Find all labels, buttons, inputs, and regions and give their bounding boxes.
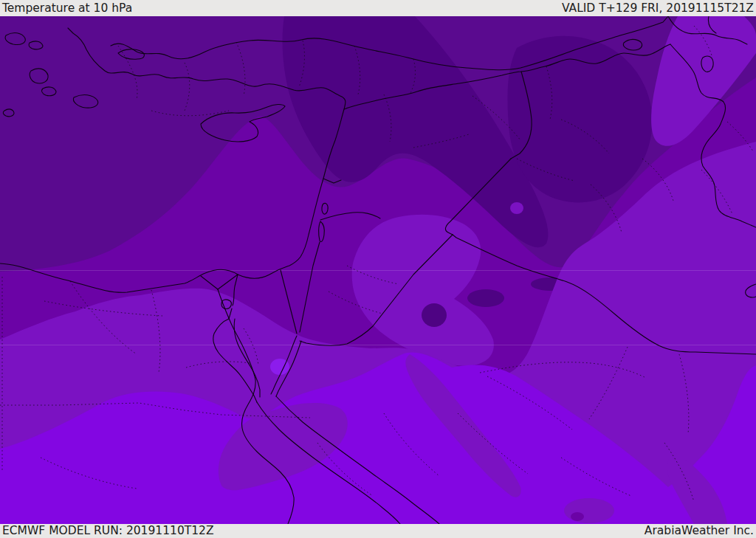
map-title: Temperature at 10 hPa (2, 0, 132, 16)
model-run-label: ECMWF MODEL RUN: 20191110T12Z (2, 524, 214, 538)
shade-cold-blob-2 (467, 289, 504, 307)
header-bar: Temperature at 10 hPa VALID T+129 FRI, 2… (0, 0, 756, 16)
footer-bar: ECMWF MODEL RUN: 20191110T12Z ArabiaWeat… (0, 524, 756, 538)
temperature-map (0, 0, 756, 538)
shade-mild-blob-bottom (564, 498, 614, 523)
brand-label: ArabiaWeather Inc. (645, 524, 754, 538)
valid-time-label: VALID T+129 FRI, 20191115T21Z (562, 0, 754, 16)
map-layers (0, 16, 756, 524)
shade-mild-dot-iraq (510, 202, 523, 214)
shade-base-dot-bottom (571, 512, 584, 521)
shade-cold-blob-3 (422, 303, 447, 327)
